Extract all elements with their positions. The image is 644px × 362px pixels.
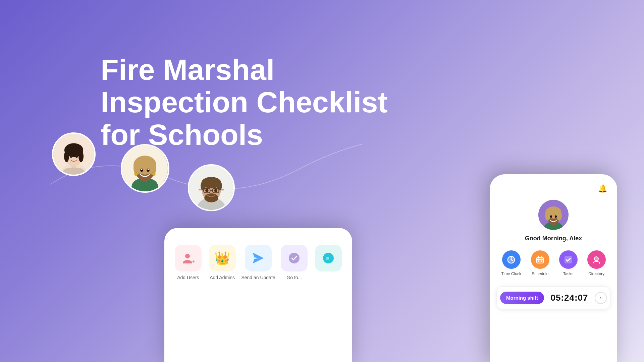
- svg-point-21: [148, 169, 149, 170]
- svg-point-35: [205, 189, 208, 192]
- bottom-phone-mockup: + Add Users 👑 Add Admins Send an Update: [164, 228, 352, 362]
- timeclock-label: Time Clock: [501, 272, 521, 276]
- svg-point-37: [185, 254, 190, 258]
- svg-rect-62: [538, 260, 539, 262]
- svg-text:+: +: [192, 258, 195, 265]
- directory-label: Directory: [588, 272, 604, 276]
- action-send-update[interactable]: Send an Update: [241, 245, 275, 280]
- shift-time-display: 05:24:07: [550, 293, 588, 303]
- avatar-1: [52, 132, 96, 176]
- tasks-label: Tasks: [563, 272, 574, 276]
- user-avatar-section: [496, 200, 610, 230]
- svg-point-49: [556, 211, 562, 221]
- svg-point-14: [133, 162, 141, 175]
- shift-bar: Morning shift 05:24:07 ›: [496, 286, 610, 309]
- svg-point-17: [152, 172, 155, 175]
- svg-point-51: [555, 216, 557, 218]
- svg-rect-63: [541, 260, 542, 262]
- svg-marker-39: [253, 253, 264, 263]
- goto-label: Go to...: [286, 275, 302, 280]
- send-update-icon-box: [245, 245, 272, 272]
- user-avatar: [538, 200, 569, 230]
- page-title: Fire Marshal Inspection Checklist for Sc…: [101, 54, 402, 151]
- svg-point-27: [201, 181, 206, 190]
- goto-icon-box: [281, 245, 308, 272]
- directory-icon: [587, 250, 606, 269]
- add-users-icon-box: +: [175, 245, 202, 272]
- add-admins-label: Add Admins: [210, 275, 235, 280]
- shift-arrow-button[interactable]: ›: [595, 292, 607, 304]
- action-extra[interactable]: ≡: [313, 245, 343, 272]
- avatar-2: [121, 144, 169, 193]
- svg-point-48: [545, 211, 550, 221]
- svg-point-56: [511, 259, 512, 260]
- svg-point-8: [75, 155, 78, 158]
- svg-point-36: [214, 189, 217, 192]
- phone-header: 🔔: [496, 183, 610, 195]
- svg-point-16: [135, 172, 138, 175]
- svg-point-5: [64, 151, 69, 162]
- extra-icon-box: ≡: [315, 245, 342, 272]
- avatar-3: [188, 164, 235, 211]
- notification-bell-icon[interactable]: 🔔: [598, 184, 607, 193]
- action-goto[interactable]: Go to...: [279, 245, 309, 280]
- add-admins-icon-box: 👑: [209, 245, 236, 272]
- svg-point-28: [217, 181, 222, 190]
- svg-point-6: [78, 151, 84, 162]
- app-icons-row: Time Clock Schedule: [496, 250, 610, 276]
- schedule-app[interactable]: Schedule: [531, 250, 549, 276]
- add-users-label: Add Users: [177, 275, 199, 280]
- svg-point-40: [289, 253, 300, 263]
- timeclock-app[interactable]: Time Clock: [501, 250, 521, 276]
- tasks-icon: [559, 250, 578, 269]
- right-phone-mockup: 🔔 Good Morning, Al: [490, 174, 617, 362]
- action-add-users[interactable]: + Add Users: [173, 245, 203, 280]
- svg-point-50: [550, 216, 552, 218]
- action-add-admins[interactable]: 👑 Add Admins: [207, 245, 237, 280]
- bottom-phone-actions: + Add Users 👑 Add Admins Send an Update: [171, 238, 345, 280]
- morning-shift-badge: Morning shift: [500, 292, 544, 304]
- tasks-app[interactable]: Tasks: [559, 250, 578, 276]
- svg-rect-57: [537, 257, 543, 263]
- svg-point-7: [70, 155, 72, 158]
- svg-point-20: [141, 169, 143, 170]
- svg-text:≡: ≡: [326, 255, 329, 261]
- svg-point-29: [204, 193, 218, 202]
- timeclock-icon: [502, 250, 521, 269]
- schedule-icon: [531, 250, 549, 269]
- schedule-label: Schedule: [532, 272, 548, 276]
- directory-app[interactable]: Directory: [587, 250, 606, 276]
- greeting-text: Good Morning, Alex: [496, 235, 610, 242]
- svg-point-15: [149, 162, 156, 175]
- send-update-label: Send an Update: [241, 275, 275, 280]
